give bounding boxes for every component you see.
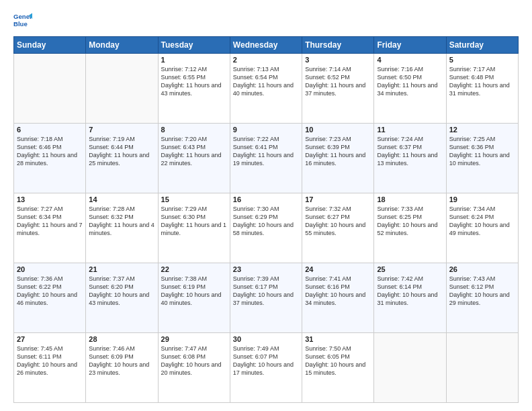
day-number: 10 [305, 126, 371, 134]
calendar-cell: 16Sunrise: 7:30 AMSunset: 6:29 PMDayligh… [230, 193, 302, 263]
calendar-cell: 17Sunrise: 7:32 AMSunset: 6:27 PMDayligh… [302, 193, 374, 263]
calendar-cell: 14Sunrise: 7:28 AMSunset: 6:32 PMDayligh… [86, 193, 158, 263]
calendar-cell [14, 54, 86, 124]
day-info: Sunrise: 7:24 AMSunset: 6:37 PMDaylight:… [377, 135, 443, 168]
day-number: 23 [233, 265, 299, 273]
logo-icon: General Blue [13, 11, 32, 30]
day-number: 30 [233, 335, 299, 343]
calendar-cell: 2Sunrise: 7:13 AMSunset: 6:54 PMDaylight… [230, 54, 302, 124]
calendar-header-thursday: Thursday [302, 37, 374, 54]
day-number: 17 [305, 195, 371, 203]
day-number: 11 [377, 126, 443, 134]
page: General Blue SundayMondayTuesdayWednesda… [0, 0, 532, 411]
calendar-cell [374, 333, 446, 403]
day-number: 3 [305, 56, 371, 64]
svg-text:Blue: Blue [13, 20, 28, 28]
day-number: 25 [377, 265, 443, 273]
calendar-cell: 9Sunrise: 7:22 AMSunset: 6:41 PMDaylight… [230, 124, 302, 193]
day-info: Sunrise: 7:18 AMSunset: 6:46 PMDaylight:… [17, 135, 83, 168]
calendar-header-friday: Friday [374, 37, 446, 54]
calendar-week-row: 13Sunrise: 7:27 AMSunset: 6:34 PMDayligh… [14, 193, 519, 263]
calendar-header-monday: Monday [86, 37, 158, 54]
calendar-cell: 21Sunrise: 7:37 AMSunset: 6:20 PMDayligh… [86, 263, 158, 333]
day-number: 16 [233, 195, 299, 203]
day-number: 29 [161, 335, 227, 343]
calendar-week-row: 27Sunrise: 7:45 AMSunset: 6:11 PMDayligh… [14, 333, 519, 403]
day-number: 24 [305, 265, 371, 273]
calendar-cell: 19Sunrise: 7:34 AMSunset: 6:24 PMDayligh… [446, 193, 518, 263]
day-number: 31 [305, 335, 371, 343]
day-info: Sunrise: 7:43 AMSunset: 6:12 PMDaylight:… [449, 275, 515, 308]
logo: General Blue [13, 11, 35, 30]
day-info: Sunrise: 7:12 AMSunset: 6:55 PMDaylight:… [161, 65, 227, 98]
day-info: Sunrise: 7:19 AMSunset: 6:44 PMDaylight:… [89, 135, 154, 168]
calendar-cell: 12Sunrise: 7:25 AMSunset: 6:36 PMDayligh… [446, 124, 518, 193]
day-info: Sunrise: 7:20 AMSunset: 6:43 PMDaylight:… [161, 135, 227, 168]
calendar-header-sunday: Sunday [14, 37, 86, 54]
calendar-cell: 3Sunrise: 7:14 AMSunset: 6:52 PMDaylight… [302, 54, 374, 124]
calendar-header-tuesday: Tuesday [158, 37, 230, 54]
day-info: Sunrise: 7:37 AMSunset: 6:20 PMDaylight:… [89, 275, 154, 308]
calendar-cell: 15Sunrise: 7:29 AMSunset: 6:30 PMDayligh… [158, 193, 230, 263]
calendar-cell: 6Sunrise: 7:18 AMSunset: 6:46 PMDaylight… [14, 124, 86, 193]
day-info: Sunrise: 7:23 AMSunset: 6:39 PMDaylight:… [305, 135, 371, 168]
day-info: Sunrise: 7:17 AMSunset: 6:48 PMDaylight:… [449, 65, 515, 98]
calendar-cell: 13Sunrise: 7:27 AMSunset: 6:34 PMDayligh… [14, 193, 86, 263]
calendar-cell: 7Sunrise: 7:19 AMSunset: 6:44 PMDaylight… [86, 124, 158, 193]
day-number: 19 [449, 195, 515, 203]
day-number: 2 [233, 56, 299, 64]
day-number: 18 [377, 195, 443, 203]
day-number: 1 [161, 56, 227, 64]
calendar-cell: 18Sunrise: 7:33 AMSunset: 6:25 PMDayligh… [374, 193, 446, 263]
day-info: Sunrise: 7:30 AMSunset: 6:29 PMDaylight:… [233, 205, 299, 238]
day-info: Sunrise: 7:46 AMSunset: 6:09 PMDaylight:… [89, 345, 154, 377]
calendar-week-row: 1Sunrise: 7:12 AMSunset: 6:55 PMDaylight… [14, 54, 519, 124]
day-info: Sunrise: 7:16 AMSunset: 6:50 PMDaylight:… [377, 65, 443, 98]
day-info: Sunrise: 7:14 AMSunset: 6:52 PMDaylight:… [305, 65, 371, 98]
day-info: Sunrise: 7:42 AMSunset: 6:14 PMDaylight:… [377, 275, 443, 308]
calendar-cell: 4Sunrise: 7:16 AMSunset: 6:50 PMDaylight… [374, 54, 446, 124]
calendar-cell: 29Sunrise: 7:47 AMSunset: 6:08 PMDayligh… [158, 333, 230, 403]
day-info: Sunrise: 7:38 AMSunset: 6:19 PMDaylight:… [161, 275, 227, 308]
calendar-cell: 10Sunrise: 7:23 AMSunset: 6:39 PMDayligh… [302, 124, 374, 193]
day-number: 27 [17, 335, 83, 343]
calendar-cell: 30Sunrise: 7:49 AMSunset: 6:07 PMDayligh… [230, 333, 302, 403]
calendar-week-row: 6Sunrise: 7:18 AMSunset: 6:46 PMDaylight… [14, 124, 519, 193]
calendar-cell: 11Sunrise: 7:24 AMSunset: 6:37 PMDayligh… [374, 124, 446, 193]
calendar-cell: 26Sunrise: 7:43 AMSunset: 6:12 PMDayligh… [446, 263, 518, 333]
day-info: Sunrise: 7:33 AMSunset: 6:25 PMDaylight:… [377, 205, 443, 238]
day-info: Sunrise: 7:28 AMSunset: 6:32 PMDaylight:… [89, 205, 154, 238]
calendar-week-row: 20Sunrise: 7:36 AMSunset: 6:22 PMDayligh… [14, 263, 519, 333]
day-number: 22 [161, 265, 227, 273]
day-info: Sunrise: 7:36 AMSunset: 6:22 PMDaylight:… [17, 275, 83, 308]
day-info: Sunrise: 7:50 AMSunset: 6:05 PMDaylight:… [305, 345, 371, 377]
calendar-table: SundayMondayTuesdayWednesdayThursdayFrid… [13, 36, 519, 403]
day-number: 5 [449, 56, 515, 64]
day-info: Sunrise: 7:34 AMSunset: 6:24 PMDaylight:… [449, 205, 515, 238]
day-info: Sunrise: 7:29 AMSunset: 6:30 PMDaylight:… [161, 205, 227, 238]
calendar-header-saturday: Saturday [446, 37, 518, 54]
day-number: 7 [89, 126, 154, 134]
calendar-header-row: SundayMondayTuesdayWednesdayThursdayFrid… [14, 37, 519, 54]
svg-text:General: General [13, 13, 32, 20]
day-number: 20 [17, 265, 83, 273]
calendar-cell: 25Sunrise: 7:42 AMSunset: 6:14 PMDayligh… [374, 263, 446, 333]
day-info: Sunrise: 7:39 AMSunset: 6:17 PMDaylight:… [233, 275, 299, 308]
calendar-cell: 24Sunrise: 7:41 AMSunset: 6:16 PMDayligh… [302, 263, 374, 333]
day-info: Sunrise: 7:45 AMSunset: 6:11 PMDaylight:… [17, 345, 83, 377]
calendar-cell: 23Sunrise: 7:39 AMSunset: 6:17 PMDayligh… [230, 263, 302, 333]
day-number: 4 [377, 56, 443, 64]
day-number: 26 [449, 265, 515, 273]
header: General Blue [13, 11, 519, 30]
day-number: 21 [89, 265, 154, 273]
calendar-cell: 1Sunrise: 7:12 AMSunset: 6:55 PMDaylight… [158, 54, 230, 124]
day-info: Sunrise: 7:22 AMSunset: 6:41 PMDaylight:… [233, 135, 299, 168]
day-info: Sunrise: 7:41 AMSunset: 6:16 PMDaylight:… [305, 275, 371, 308]
day-info: Sunrise: 7:49 AMSunset: 6:07 PMDaylight:… [233, 345, 299, 377]
calendar-cell [86, 54, 158, 124]
calendar-cell: 8Sunrise: 7:20 AMSunset: 6:43 PMDaylight… [158, 124, 230, 193]
calendar-cell: 5Sunrise: 7:17 AMSunset: 6:48 PMDaylight… [446, 54, 518, 124]
day-number: 28 [89, 335, 154, 343]
day-info: Sunrise: 7:13 AMSunset: 6:54 PMDaylight:… [233, 65, 299, 98]
calendar-header-wednesday: Wednesday [230, 37, 302, 54]
